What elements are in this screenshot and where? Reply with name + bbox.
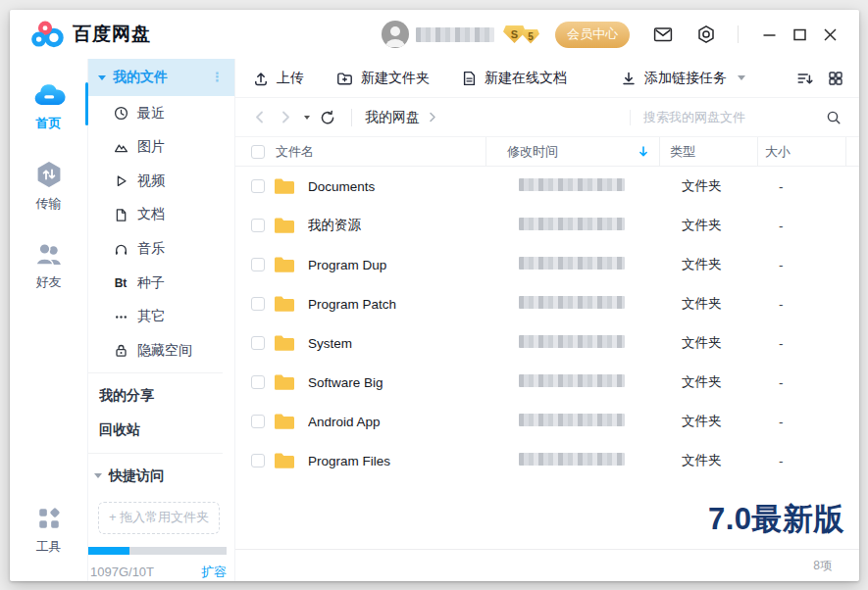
new-doc-icon [462, 71, 477, 86]
row-checkbox[interactable] [251, 179, 265, 193]
table-row[interactable]: 我的资源 文件夹 - [235, 206, 859, 245]
back-button[interactable] [253, 110, 267, 124]
sort-order-button[interactable] [796, 71, 813, 86]
sidebar-item-other[interactable]: 其它 [88, 300, 234, 334]
sidebar-item-recent[interactable]: 最近 [88, 96, 234, 130]
drop-folder-zone[interactable]: + 拖入常用文件夹 [98, 502, 220, 535]
expand-storage-link[interactable]: 扩容 [201, 564, 227, 581]
picture-icon [113, 140, 128, 155]
row-checkbox[interactable] [251, 219, 265, 232]
sidebar-item-my-shares[interactable]: 我的分享 [88, 378, 234, 414]
sidebar-label-music: 音乐 [137, 240, 165, 258]
add-link-label: 添加链接任务 [644, 70, 727, 87]
column-header-name[interactable]: 文件名 [265, 137, 485, 166]
upload-icon [253, 71, 269, 86]
table-row[interactable]: Program Dup 文件夹 - [235, 245, 859, 284]
column-header-type[interactable]: 类型 [659, 137, 757, 166]
row-checkbox[interactable] [251, 415, 265, 428]
minimize-button[interactable] [754, 25, 785, 45]
forward-button[interactable] [279, 110, 292, 124]
new-folder-button[interactable]: 新建文件夹 [336, 70, 430, 87]
expand-triangle-icon [98, 75, 106, 80]
column-header-modified[interactable]: 修改时间 [485, 137, 659, 166]
more-menu-icon[interactable]: ⋮ [211, 70, 224, 84]
avatar[interactable] [382, 21, 409, 48]
select-all-checkbox[interactable] [251, 145, 265, 159]
titlebar: 百度网盘 S 5 会员中心 [10, 10, 859, 59]
modified-time-redacted [519, 296, 625, 309]
file-name: Software Big [308, 375, 498, 390]
vip-badges[interactable]: S 5 [503, 25, 539, 43]
sidebar-item-hidden-space[interactable]: 隐藏空间 [88, 333, 234, 368]
rail-label-home: 首页 [36, 115, 62, 132]
settings-icon[interactable] [696, 25, 716, 44]
breadcrumb-my-netdisk[interactable]: 我的网盘 [365, 109, 420, 126]
file-size: - [770, 219, 859, 233]
modified-time-redacted [519, 257, 625, 270]
search-input[interactable] [643, 110, 826, 124]
file-size: - [770, 179, 859, 194]
sidebar-label-bt-seeds: 种子 [137, 274, 165, 292]
new-folder-icon [336, 71, 353, 86]
close-button[interactable] [815, 25, 845, 45]
table-row[interactable]: System 文件夹 - [235, 323, 859, 363]
new-online-doc-button[interactable]: 新建在线文档 [462, 70, 567, 87]
sidebar-item-quick-access[interactable]: 快捷访问 [88, 459, 234, 494]
headphones-icon [113, 242, 128, 257]
version-watermark: 7.0最新版 [708, 499, 844, 540]
sidebar-item-documents[interactable]: 文档 [88, 198, 234, 232]
table-row[interactable]: Program Patch 文件夹 - [235, 284, 859, 323]
file-name: 我的资源 [308, 217, 498, 234]
refresh-button[interactable] [320, 110, 335, 125]
sidebar-label-quick-access: 快捷访问 [109, 467, 164, 485]
maximize-button[interactable] [785, 25, 815, 45]
file-list: Documents 文件夹 - 我的资源 文件夹 - Program Dup [235, 167, 859, 549]
row-checkbox[interactable] [251, 375, 265, 389]
rail-item-tools[interactable]: 工具 [36, 506, 62, 556]
sidebar-label-recent: 最近 [137, 105, 165, 123]
column-header-size[interactable]: 大小 [757, 137, 846, 166]
table-row[interactable]: Software Big 文件夹 - [235, 363, 859, 402]
rail-item-home[interactable]: 首页 [32, 82, 66, 132]
sidebar-label-hidden-space: 隐藏空间 [137, 342, 192, 360]
sidebar-item-music[interactable]: 音乐 [88, 232, 234, 267]
sidebar-item-my-files[interactable]: 我的文件 ⋮ [88, 59, 234, 96]
mail-icon[interactable] [653, 25, 673, 43]
sidebar-item-pictures[interactable]: 图片 [88, 130, 234, 165]
file-size: - [770, 258, 859, 272]
rail-item-friends[interactable]: 好友 [34, 241, 64, 291]
row-checkbox[interactable] [251, 258, 265, 271]
sidebar-label-my-shares: 我的分享 [99, 387, 154, 405]
file-type: 文件夹 [672, 452, 770, 469]
sidebar-item-bt-seeds[interactable]: Bt 种子 [88, 266, 234, 300]
expand-triangle-icon [94, 473, 102, 478]
search-icon[interactable] [826, 110, 843, 125]
sidebar-item-recycle-bin[interactable]: 回收站 [88, 414, 234, 449]
rail-item-transfer[interactable]: 传输 [35, 161, 63, 213]
history-caret-icon[interactable] [304, 116, 310, 120]
file-size: - [770, 454, 859, 468]
table-row[interactable]: Program Files 文件夹 - [235, 441, 859, 480]
app-window: 百度网盘 S 5 会员中心 [10, 10, 859, 581]
grid-view-button[interactable] [828, 71, 843, 86]
item-count: 8项 [813, 558, 832, 574]
file-type: 文件夹 [672, 295, 770, 313]
sidebar-item-videos[interactable]: 视频 [88, 165, 234, 199]
row-checkbox[interactable] [251, 454, 265, 467]
document-icon [113, 208, 128, 222]
add-link-task-button[interactable]: 添加链接任务 [621, 70, 745, 87]
file-size: - [770, 375, 859, 390]
table-row[interactable]: Android App 文件夹 - [235, 402, 859, 441]
folder-icon [273, 451, 296, 470]
table-row[interactable]: Documents 文件夹 - [235, 167, 859, 206]
rail-label-tools: 工具 [36, 538, 62, 556]
sidebar-label-pictures: 图片 [137, 138, 165, 156]
breadcrumb[interactable]: 我的网盘 [365, 109, 436, 126]
sort-descending-icon[interactable] [638, 145, 649, 158]
upload-button[interactable]: 上传 [253, 70, 304, 87]
column-header-spacer [846, 137, 859, 166]
folder-icon [273, 176, 296, 196]
row-checkbox[interactable] [251, 297, 265, 311]
row-checkbox[interactable] [251, 336, 265, 350]
member-center-button[interactable]: 会员中心 [555, 22, 630, 48]
